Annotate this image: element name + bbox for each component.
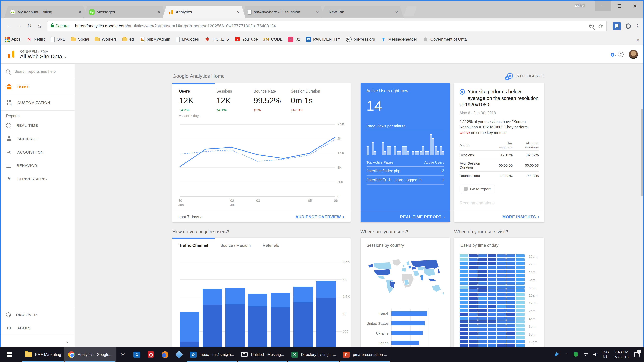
bookmark-item[interactable]: ❀Government of Onta	[423, 36, 466, 42]
taskbar-app-outlook[interactable]: O	[130, 347, 144, 362]
bookmark-item[interactable]: Workers	[95, 37, 117, 41]
tab-source-medium[interactable]: Source / Medium	[220, 243, 250, 248]
heatmap-cell[interactable]	[497, 282, 506, 285]
heatmap-cell[interactable]	[516, 313, 525, 316]
heatmap-cell[interactable]	[507, 270, 515, 273]
bookmark-extension-icon[interactable]	[613, 22, 621, 30]
date-range-selector[interactable]: Last 7 days ▾	[178, 214, 295, 219]
heatmap-cell[interactable]	[507, 274, 515, 277]
heatmap-cell[interactable]	[460, 309, 468, 312]
heatmap-cell[interactable]	[478, 313, 487, 316]
heatmap-cell[interactable]	[497, 258, 506, 261]
action-center-button[interactable]: 1	[632, 347, 642, 362]
browser-tab[interactable]: New Tab✕	[321, 6, 404, 18]
heatmap-cell[interactable]	[507, 340, 515, 343]
heatmap-cell[interactable]	[469, 317, 478, 320]
heatmap-cell[interactable]	[516, 309, 525, 312]
heatmap-cell[interactable]	[516, 321, 525, 324]
heatmap-cell[interactable]	[460, 266, 468, 269]
heatmap-cell[interactable]	[488, 270, 496, 273]
heatmap-cell[interactable]	[488, 290, 496, 293]
sidebar-item-customization[interactable]: CUSTOMIZATION	[1, 95, 75, 110]
heatmap-cell[interactable]	[488, 344, 496, 347]
heatmap-cell[interactable]	[516, 278, 525, 281]
view-selector[interactable]: All Web Site Data ▾	[20, 53, 66, 59]
bookmark-item[interactable]: ✱TICKETS	[204, 36, 229, 42]
chrome-menu-icon[interactable]: ⋮	[635, 23, 640, 29]
heatmap-cell[interactable]	[469, 324, 478, 327]
heatmap-cell[interactable]	[488, 321, 496, 324]
heatmap-cell[interactable]	[507, 321, 515, 324]
heatmap-cell[interactable]	[497, 317, 506, 320]
heatmap-cell[interactable]	[497, 321, 506, 324]
reload-button[interactable]: ↻	[24, 22, 34, 29]
heatmap-cell[interactable]	[516, 317, 525, 320]
heatmap-cell[interactable]	[460, 262, 468, 265]
heatmap-cell[interactable]	[478, 254, 487, 257]
heatmap-cell[interactable]	[516, 254, 525, 257]
heatmap-cell[interactable]	[497, 290, 506, 293]
heatmap-cell[interactable]	[478, 321, 487, 324]
heatmap-cell[interactable]	[460, 324, 468, 327]
heatmap-cell[interactable]	[488, 340, 496, 343]
heatmap-cell[interactable]	[497, 293, 506, 296]
heatmap-cell[interactable]	[478, 317, 487, 320]
heatmap-cell[interactable]	[497, 328, 506, 331]
audience-overview-link[interactable]: AUDIENCE OVERVIEW›	[295, 214, 344, 219]
heatmap-cell[interactable]	[507, 305, 515, 308]
tab-close-icon[interactable]: ✕	[236, 9, 241, 14]
heatmap-cell[interactable]	[497, 278, 506, 281]
heatmap-cell[interactable]	[488, 278, 496, 281]
heatmap-cell[interactable]	[460, 321, 468, 324]
heatmap-cell[interactable]	[469, 328, 478, 331]
heatmap-cell[interactable]	[460, 340, 468, 343]
heatmap-cell[interactable]	[460, 282, 468, 285]
heatmap-cell[interactable]	[460, 274, 468, 277]
heatmap-cell[interactable]	[469, 274, 478, 277]
secure-label[interactable]: Secure	[55, 24, 68, 28]
heatmap-cell[interactable]	[488, 254, 496, 257]
heatmap-cell[interactable]	[478, 297, 487, 300]
heatmap-cell[interactable]	[488, 332, 496, 335]
heatmap-cell[interactable]	[516, 336, 525, 339]
heatmap-cell[interactable]	[478, 309, 487, 312]
heatmap-cell[interactable]	[507, 332, 515, 335]
browser-tab[interactable]: My Account | Billing✕	[4, 6, 87, 18]
metric-tab-users[interactable]: Users12K↑4.2%vs last 7 days	[179, 89, 216, 118]
taskbar-app-excel[interactable]: XDirectory Listings -...	[288, 347, 340, 362]
heatmap-cell[interactable]	[497, 266, 506, 269]
heatmap-cell[interactable]	[488, 266, 496, 269]
heatmap-cell[interactable]	[469, 266, 478, 269]
heatmap-cell[interactable]	[460, 332, 468, 335]
tab-traffic-channel[interactable]: Traffic Channel	[179, 243, 208, 248]
heatmap-cell[interactable]	[469, 336, 478, 339]
heatmap-cell[interactable]	[469, 262, 478, 265]
heatmap-cell[interactable]	[469, 344, 478, 347]
heatmap-cell[interactable]	[497, 309, 506, 312]
tray-chevron-up-icon[interactable]: ⌃	[562, 347, 571, 362]
country-row[interactable]: Brazil	[360, 309, 450, 319]
back-button[interactable]: ←	[4, 23, 14, 29]
sidebar-search[interactable]: Search reports and help	[1, 64, 75, 79]
heatmap-cell[interactable]	[516, 266, 525, 269]
breadcrumb[interactable]: ONE-PPM › PMA	[20, 49, 66, 53]
heatmap-cell[interactable]	[507, 293, 515, 296]
forward-button[interactable]: →	[14, 23, 24, 29]
url-text[interactable]: https://analytics.google.com/analytics/w…	[75, 24, 589, 28]
heatmap-cell[interactable]	[478, 305, 487, 308]
heatmap-cell[interactable]	[460, 297, 468, 300]
heatmap-cell[interactable]	[516, 332, 525, 335]
heatmap-cell[interactable]	[460, 270, 468, 273]
heatmap-cell[interactable]	[460, 278, 468, 281]
heatmap-cell[interactable]	[507, 309, 515, 312]
minimize-button[interactable]	[595, 1, 611, 11]
heatmap-cell[interactable]	[488, 313, 496, 316]
heatmap-cell[interactable]	[488, 301, 496, 304]
heatmap-cell[interactable]	[478, 332, 487, 335]
heatmap-cell[interactable]	[460, 336, 468, 339]
heatmap-cell[interactable]	[460, 313, 468, 316]
heatmap-cell[interactable]	[460, 305, 468, 308]
heatmap-cell[interactable]	[497, 336, 506, 339]
heatmap-cell[interactable]	[488, 297, 496, 300]
heatmap-cell[interactable]	[478, 266, 487, 269]
